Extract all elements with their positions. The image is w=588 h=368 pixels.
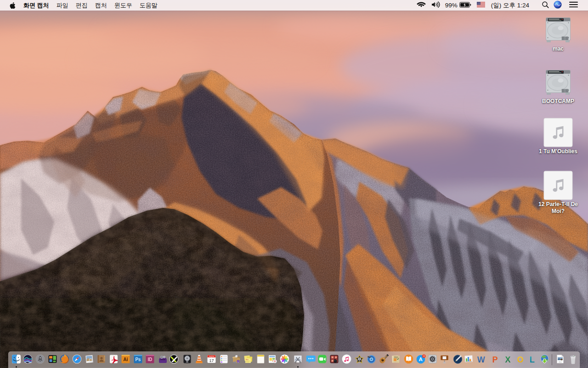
svg-text:일요일: 일요일	[209, 356, 214, 357]
svg-text:4: 4	[423, 355, 424, 357]
svg-text:L: L	[530, 355, 535, 364]
svg-text:X: X	[505, 355, 510, 364]
svg-text:W: W	[477, 355, 485, 364]
svg-text:Q: Q	[237, 360, 239, 363]
svg-text:ID: ID	[147, 357, 152, 362]
svg-text:Mon: Mon	[246, 359, 249, 361]
svg-text:P: P	[492, 355, 498, 364]
svg-text:docx: docx	[559, 361, 562, 363]
svg-text:Ps: Ps	[135, 357, 141, 362]
svg-text:O: O	[517, 355, 523, 364]
svg-text:17: 17	[209, 358, 214, 363]
svg-text:C: C	[455, 358, 458, 362]
svg-text:A: A	[418, 356, 422, 362]
svg-text:Ai: Ai	[123, 357, 128, 362]
